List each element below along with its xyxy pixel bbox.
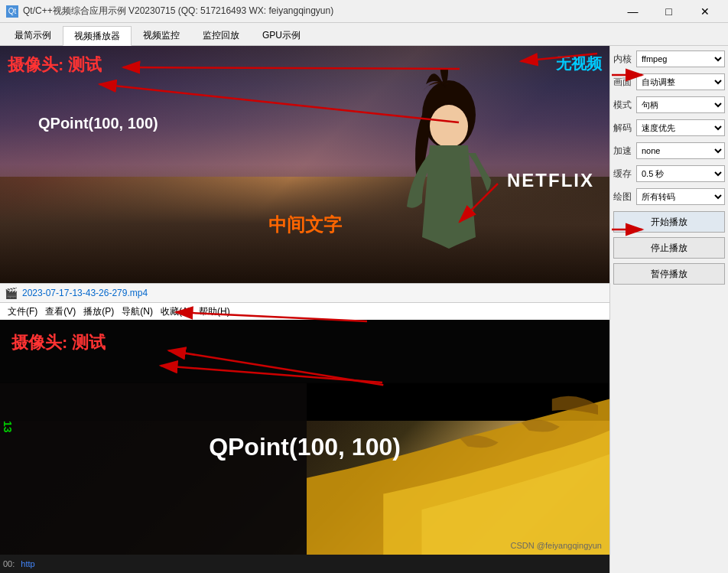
control-row-accel: 加速 none [613,141,725,161]
middle-text: 中间文字 [268,213,342,237]
mode-select[interactable]: 句柄 [636,96,725,113]
control-row-picture: 画面 自动调整 [613,72,725,92]
minimize-button[interactable]: — [616,1,650,22]
svg-point-1 [430,105,468,148]
file-menu-bar: 文件(F) 查看(V) 播放(P) 导航(N) 收藏(A) 帮助(H) [0,303,609,320]
close-button[interactable]: ✕ [687,1,722,22]
video-area-top: 摄像头: 测试 无视频 QPoint(100, 100) NETFLIX 中间文… [0,46,609,283]
netflix-label: NETFLIX [507,170,594,191]
tab-simple[interactable]: 最简示例 [3,25,63,45]
kernel-label: 内核 [613,53,636,66]
frame-counter: 13 [2,421,14,433]
stop-play-button[interactable]: 停止播放 [613,237,725,259]
qpoint-label-bottom: QPoint(100, 100) [209,432,401,461]
menu-play[interactable]: 播放(P) [80,305,117,318]
file-name-link[interactable]: 2023-07-17-13-43-26-279.mp4 [22,288,148,298]
control-row-buffer: 缓存 0.5 秒 [613,164,725,184]
main-content: 摄像头: 测试 无视频 QPoint(100, 100) NETFLIX 中间文… [0,46,728,573]
decode-label: 解码 [613,122,636,135]
no-video-label: 无视频 [556,54,602,74]
tab-bar: 最简示例 视频播放器 视频监控 监控回放 GPU示例 [0,23,728,46]
control-row-mode: 模式 句柄 [613,95,725,115]
csdn-watermark: CSDN @feiyangqingyun [511,541,602,550]
right-panel: 内核 ffmpeg 画面 自动调整 模式 句柄 解码 速度优先 加速 [609,46,728,573]
video-background-top [0,46,609,283]
kernel-select[interactable]: ffmpeg [636,50,725,67]
control-row-render: 绘图 所有转码 [613,187,725,207]
picture-select[interactable]: 自动调整 [636,73,725,90]
buffer-select[interactable]: 0.5 秒 [636,165,725,182]
accel-select[interactable]: none [636,142,725,159]
control-row-kernel: 内核 ffmpeg [613,49,725,69]
mode-label: 模式 [613,99,636,112]
title-bar: Qt Qt/C++视频综合应用示例 V20230715 (QQ: 5172164… [0,0,728,23]
time-display: 00: [3,559,15,568]
start-play-button[interactable]: 开始播放 [613,211,725,233]
menu-help[interactable]: 帮助(H) [196,305,233,318]
render-select[interactable]: 所有转码 [636,188,725,205]
camera-label-bottom: 摄像头: 测试 [11,331,106,354]
camera-label-top: 摄像头: 测试 [8,54,102,77]
render-label: 绘图 [613,190,636,203]
buffer-label: 缓存 [613,168,636,181]
menu-nav[interactable]: 导航(N) [119,305,156,318]
app-icon: Qt [6,5,18,18]
file-explorer-bar: 🎬 2023-07-17-13-43-26-279.mp4 [0,283,609,303]
tab-monitor[interactable]: 视频监控 [132,25,191,45]
window-controls: — □ ✕ [616,1,722,22]
accel-label: 加速 [613,145,636,158]
left-panel: 摄像头: 测试 无视频 QPoint(100, 100) NETFLIX 中间文… [0,46,609,573]
menu-view[interactable]: 查看(V) [42,305,79,318]
window-title: Qt/C++视频综合应用示例 V20230715 (QQ: 517216493 … [23,5,333,18]
video-area-bottom: 摄像头: 测试 QPoint(100, 100) 13 00: http CSD… [0,320,609,573]
tab-playback[interactable]: 监控回放 [191,25,251,45]
svg-rect-10 [0,383,307,573]
picture-label: 画面 [613,76,636,89]
file-icon: 🎬 [5,287,18,299]
pause-play-button[interactable]: 暂停播放 [613,263,725,285]
menu-file[interactable]: 文件(F) [5,305,41,318]
character-figure [380,69,518,283]
bottom-status-bar: 00: http [0,555,609,573]
qpoint-label-top: QPoint(100, 100) [38,115,158,132]
url-display: http [21,559,34,568]
maximize-button[interactable]: □ [652,1,686,22]
tab-gpu[interactable]: GPU示例 [251,25,312,45]
menu-fav[interactable]: 收藏(A) [158,305,194,318]
decode-select[interactable]: 速度优先 [636,119,725,136]
control-row-decode: 解码 速度优先 [613,118,725,138]
tab-player[interactable]: 视频播放器 [63,26,132,46]
